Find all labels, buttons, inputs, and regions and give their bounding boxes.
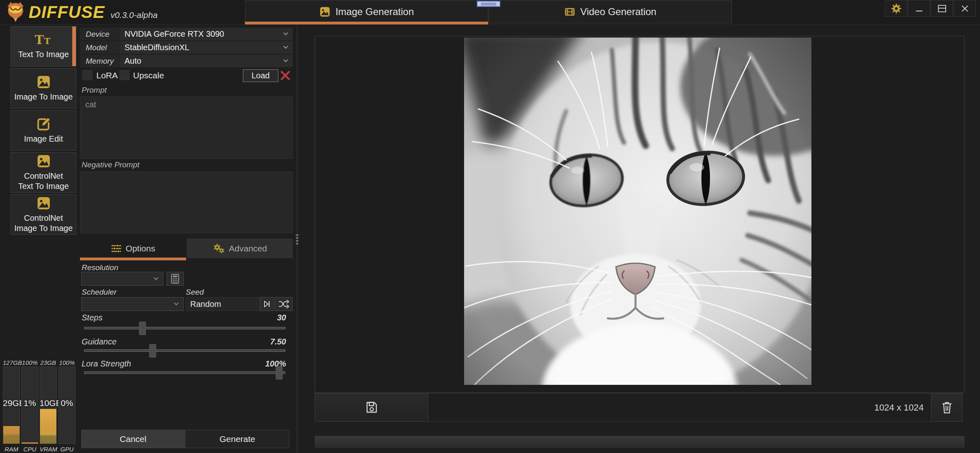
sidebar-item-label: ControlNetText To Image: [18, 171, 69, 191]
tab-image-generation[interactable]: Image Generation: [245, 0, 488, 23]
device-value: NVIDIA GeForce RTX 3090: [124, 29, 224, 38]
gears-icon: [213, 243, 225, 254]
resolution-label: Resolution: [82, 263, 118, 272]
tab-advanced[interactable]: Advanced: [187, 239, 293, 258]
trash-icon: [941, 401, 953, 414]
scheduler-label: Scheduler: [82, 288, 117, 297]
app-name: DIFFUSE: [29, 2, 105, 22]
lora-strength-slider-thumb[interactable]: [276, 366, 283, 380]
gear-icon: [891, 3, 902, 14]
sidebar-item-image-edit[interactable]: Image Edit: [11, 110, 76, 151]
image-icon: [36, 75, 51, 89]
generation-progress-bar: [315, 436, 964, 448]
active-tab-underline: [80, 258, 186, 260]
app-logo: DIFFUSE v0.3.0-alpha: [4, 1, 158, 23]
ram-bar-fill: [3, 426, 20, 444]
resolution-select[interactable]: [81, 272, 163, 286]
app-window: DIFFUSE v0.3.0-alpha Image Generation Vi…: [0, 0, 980, 453]
upscale-checkbox[interactable]: [120, 70, 129, 80]
text-to-image-icon: T T: [34, 33, 53, 47]
ram-value: 29GB: [3, 398, 20, 408]
model-value: StableDiffusionXL: [124, 43, 189, 52]
image-icon: [319, 6, 331, 18]
edit-icon: [36, 117, 51, 131]
device-select[interactable]: NVIDIA GeForce RTX 3090: [120, 28, 293, 40]
memory-value: Auto: [124, 56, 141, 65]
scheduler-select[interactable]: [81, 297, 184, 311]
prompt-input[interactable]: cat: [80, 96, 293, 159]
sidebar-item-controlnet-image-to-image[interactable]: ControlNetImage To Image: [11, 194, 76, 235]
cpu-value: 1%: [21, 398, 38, 408]
seed-label: Seed: [186, 288, 204, 297]
sidebar-item-label: ControlNetImage To Image: [14, 213, 73, 233]
sidebar-item-label: Image Edit: [24, 134, 63, 144]
random-seed-button[interactable]: [275, 297, 293, 311]
lora-checkbox[interactable]: [82, 70, 92, 80]
sidebar-item-image-to-image[interactable]: Image To Image: [11, 68, 76, 109]
tab-options[interactable]: Options: [80, 239, 186, 258]
titlebar: DIFFUSE v0.3.0-alpha Image Generation Vi…: [0, 0, 980, 24]
steps-slider-track[interactable]: [84, 327, 285, 329]
gpu-monitor: 100% 0% GPU: [58, 359, 76, 452]
negative-prompt-input[interactable]: [80, 171, 293, 233]
upscale-checkbox-label: Upscale: [133, 71, 164, 80]
sidebar: T T Text To Image Image To Image Image E…: [11, 26, 76, 236]
shuffle-icon: [278, 300, 289, 309]
minimize-button[interactable]: [908, 0, 930, 17]
active-tab-underline: [245, 22, 488, 24]
resolution-calculator-button[interactable]: [167, 272, 184, 286]
load-model-button[interactable]: Load: [243, 69, 278, 82]
seed-input[interactable]: [186, 297, 260, 311]
panel-splitter-grip[interactable]: [295, 234, 300, 244]
generated-image: [464, 38, 811, 385]
memory-select[interactable]: Auto: [120, 55, 293, 67]
steps-slider[interactable]: [84, 322, 285, 335]
vram-label: VRAM: [40, 446, 57, 453]
lora-strength-slider-track[interactable]: [84, 371, 285, 374]
red-x-icon: [280, 70, 291, 81]
delete-image-button[interactable]: [931, 393, 962, 422]
lora-strength-slider[interactable]: [84, 366, 285, 380]
app-version: v0.3.0-alpha: [111, 10, 158, 20]
sidebar-item-text-to-image[interactable]: T T Text To Image: [11, 26, 76, 67]
guidance-slider[interactable]: [84, 344, 285, 358]
save-image-button[interactable]: [315, 393, 428, 422]
unload-model-button[interactable]: [280, 70, 291, 82]
settings-button[interactable]: [885, 0, 907, 17]
negative-prompt-label: Negative Prompt: [82, 160, 140, 169]
gpu-value: 0%: [58, 398, 76, 408]
cpu-bar-fill: [22, 442, 38, 444]
tab-label: Advanced: [229, 244, 267, 253]
calculator-icon: [171, 274, 180, 284]
cancel-button[interactable]: Cancel: [81, 430, 185, 448]
prompt-label: Prompt: [82, 86, 107, 95]
image-icon: [36, 154, 51, 169]
save-icon: [365, 401, 378, 414]
cpu-label: CPU: [21, 446, 38, 453]
close-button[interactable]: [953, 0, 976, 17]
reuse-seed-button[interactable]: [260, 297, 274, 311]
generated-image-frame: [315, 36, 964, 393]
cpu-monitor: 100% 1% CPU: [21, 359, 38, 452]
tab-splitter-handle[interactable]: [477, 1, 500, 7]
film-icon: [564, 6, 576, 18]
guidance-slider-thumb[interactable]: [149, 344, 156, 358]
model-select[interactable]: StableDiffusionXL: [120, 41, 293, 54]
app-logo-mascot-icon: [4, 1, 27, 23]
sidebar-item-label: Image To Image: [14, 92, 73, 102]
steps-slider-thumb[interactable]: [139, 322, 146, 335]
svg-text:T: T: [44, 36, 51, 46]
vram-monitor: 23GB 10GB VRAM: [40, 359, 57, 452]
vram-bar-fill: [40, 409, 56, 444]
ram-max: 127GB: [3, 359, 20, 366]
tab-video-generation[interactable]: Video Generation: [489, 0, 732, 23]
image-size-label: 1024 x 1024: [428, 393, 931, 422]
device-label: Device: [80, 28, 119, 40]
chevron-down-icon: [173, 302, 179, 306]
guidance-slider-track[interactable]: [84, 349, 285, 352]
sidebar-item-controlnet-text-to-image[interactable]: ControlNetText To Image: [11, 152, 76, 193]
generate-button[interactable]: Generate: [185, 430, 289, 448]
sidebar-item-label: Text To Image: [18, 49, 69, 60]
tab-label: Options: [126, 244, 155, 253]
maximize-button[interactable]: [931, 0, 953, 17]
